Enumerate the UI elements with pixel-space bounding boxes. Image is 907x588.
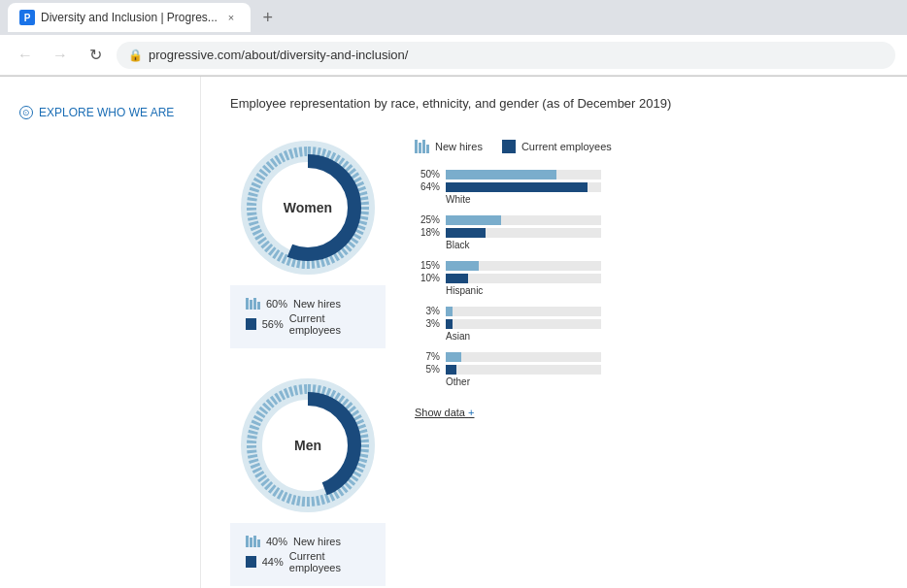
legend-current-employees: Current employees [502, 140, 612, 153]
race-group-white: 50% 64% White [415, 169, 878, 205]
race-new-hire-row: 15% [415, 260, 878, 271]
new-hire-pct-3: 3% [415, 306, 440, 316]
explore-icon: ⊙ [19, 106, 33, 119]
race-name-2: Hispanic [446, 285, 878, 296]
current-bar-fill-1 [446, 228, 486, 238]
current-pct-3: 3% [415, 318, 440, 329]
men-new-hire-pct: 40% [266, 536, 287, 547]
new-hire-icon [246, 298, 260, 310]
lock-icon: 🔒 [128, 49, 143, 62]
men-donut-container: Men 40% New hires [230, 368, 386, 586]
tab-bar: P Diversity and Inclusion | Progres... ×… [0, 0, 907, 35]
address-text: progressive.com/about/diversity-and-incl… [149, 48, 408, 62]
chart-area: Women 60% New hires [230, 130, 878, 586]
legend-row: New hires Current employees [415, 140, 878, 153]
women-new-hire-row: 60% New hires [246, 298, 370, 310]
new-hire-bar-track-0 [446, 170, 601, 180]
women-new-hire-pct: 60% [266, 298, 287, 310]
back-button[interactable]: ← [12, 42, 39, 69]
men-donut-wrapper: Men [230, 368, 386, 523]
donuts-column: Women 60% New hires [230, 130, 386, 586]
section-title: Employee representation by race, ethnici… [230, 96, 878, 111]
women-current-text: Current employees [289, 312, 370, 336]
men-new-hire-icon [246, 536, 260, 547]
legend-current-icon [502, 140, 516, 153]
new-hire-bar-fill-0 [446, 170, 556, 180]
current-bar-track-3 [446, 319, 601, 329]
address-bar[interactable]: 🔒 progressive.com/about/diversity-and-in… [117, 42, 895, 69]
women-current-row: 56% Current employees [246, 312, 370, 336]
race-new-hire-row: 3% [415, 306, 878, 316]
show-data-plus: + [468, 407, 474, 418]
bar-charts-column: New hires Current employees 50% 64% [415, 130, 878, 420]
race-current-row: 5% [415, 364, 878, 375]
men-current-icon [246, 556, 256, 568]
current-bar-fill-0 [446, 182, 588, 192]
new-hire-bar-track-3 [446, 307, 601, 316]
current-bar-fill-2 [446, 274, 468, 283]
new-hire-bar-track-1 [446, 215, 601, 225]
current-pct-2: 10% [415, 273, 440, 283]
new-hire-bar-track-4 [446, 352, 601, 362]
current-bar-fill-4 [446, 365, 456, 375]
women-stats: 60% New hires 56% Current employees [230, 285, 386, 348]
current-pct-0: 64% [415, 181, 440, 192]
tab-favicon: P [19, 10, 35, 25]
men-donut-svg: Men [230, 368, 386, 523]
men-new-hire-text: New hires [293, 536, 341, 547]
race-current-row: 18% [415, 227, 878, 238]
race-current-row: 64% [415, 181, 878, 192]
race-current-row: 10% [415, 273, 878, 283]
browser-chrome: P Diversity and Inclusion | Progres... ×… [0, 0, 907, 77]
men-current-text: Current employees [289, 550, 370, 573]
new-hire-bar-fill-2 [446, 261, 479, 271]
new-hire-pct-2: 15% [415, 260, 440, 271]
legend-current-label: Current employees [521, 141, 612, 152]
sidebar: ⊙ EXPLORE WHO WE ARE [0, 77, 201, 588]
current-bar-track-0 [446, 182, 601, 192]
race-name-3: Asian [446, 331, 878, 342]
current-employees-icon [246, 318, 256, 330]
new-hire-bar-fill-4 [446, 352, 461, 362]
men-current-pct: 44% [262, 556, 284, 568]
race-current-row: 3% [415, 318, 878, 329]
new-hire-bar-fill-3 [446, 307, 453, 316]
tab-label: Diversity and Inclusion | Progres... [41, 11, 218, 24]
new-hire-pct-0: 50% [415, 169, 440, 180]
women-label: Women [284, 200, 332, 215]
show-data-label: Show data [415, 407, 465, 418]
race-new-hire-row: 7% [415, 351, 878, 362]
women-donut-wrapper: Women [230, 130, 386, 285]
tab-close-button[interactable]: × [223, 10, 239, 25]
race-group-other: 7% 5% Other [415, 351, 878, 387]
page-content: ⊙ EXPLORE WHO WE ARE Employee representa… [0, 77, 907, 588]
current-bar-fill-3 [446, 319, 453, 329]
women-current-pct: 56% [262, 318, 284, 330]
reload-button[interactable]: ↻ [82, 42, 109, 69]
race-name-4: Other [446, 376, 878, 387]
race-group-black: 25% 18% Black [415, 214, 878, 250]
main-content: Employee representation by race, ethnici… [201, 77, 907, 588]
active-tab[interactable]: P Diversity and Inclusion | Progres... × [8, 3, 251, 32]
women-donut-container: Women 60% New hires [230, 130, 386, 348]
new-hire-bar-track-2 [446, 261, 601, 271]
current-pct-4: 5% [415, 364, 440, 375]
current-bar-track-2 [446, 274, 601, 283]
sidebar-item-explore[interactable]: ⊙ EXPLORE WHO WE ARE [0, 96, 200, 129]
new-hire-pct-4: 7% [415, 351, 440, 362]
show-data-link[interactable]: Show data + [415, 407, 474, 418]
current-pct-1: 18% [415, 227, 440, 238]
legend-new-hire-icon [415, 140, 429, 153]
forward-button[interactable]: → [47, 42, 74, 69]
race-bars-container: 50% 64% White 25% 18% [415, 169, 878, 387]
legend-new-hires-label: New hires [435, 141, 483, 152]
nav-bar: ← → ↻ 🔒 progressive.com/about/diversity-… [0, 35, 907, 76]
race-group-asian: 3% 3% Asian [415, 306, 878, 342]
race-name-1: Black [446, 240, 878, 250]
race-group-hispanic: 15% 10% Hispanic [415, 260, 878, 296]
race-new-hire-row: 25% [415, 214, 878, 225]
men-label: Men [294, 438, 321, 453]
new-hire-bar-fill-1 [446, 215, 501, 225]
new-hire-pct-1: 25% [415, 214, 440, 225]
new-tab-button[interactable]: + [254, 4, 282, 31]
